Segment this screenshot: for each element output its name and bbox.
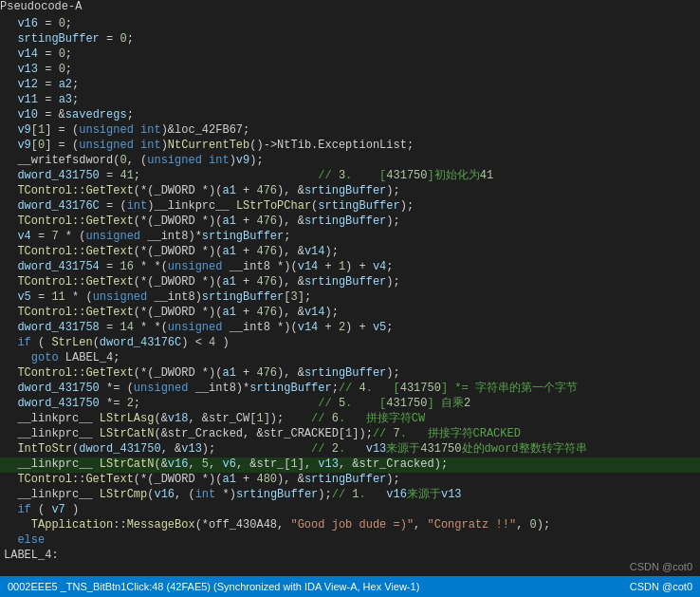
code-line: v12 = a2; (0, 78, 700, 93)
code-line: v16 = 0; (0, 17, 700, 32)
title-bar: Pseudocode-A (0, 0, 700, 13)
code-line: v11 = a3; (0, 93, 700, 108)
code-line: LABEL_4: (0, 549, 700, 562)
code-line: __linkprc__ LStrCatN(&str_Cracked, &str_… (0, 427, 700, 442)
code-line: v9[0] = (unsigned int)NtCurrentTeb()->Nt… (0, 139, 700, 154)
code-line: v13 = 0; (0, 63, 700, 78)
code-line: if ( StrLen(dword_43176C) < 4 ) (0, 336, 700, 351)
code-line: v9[1] = (unsigned int)&loc_42FB67; (0, 123, 700, 139)
code-line: TControl::GetText(*(_DWORD *)(a1 + 476),… (0, 366, 700, 382)
code-line: __linkprc__ LStrCmp(v16, (int *)srtingBu… (0, 488, 700, 503)
code-area: v16 = 0; srtingBuffer = 0; v14 = 0; v13 … (0, 13, 700, 562)
status-left: 0002EEE5 _TNS_BitBtn1Click:48 (42FAE5) (… (8, 581, 419, 592)
code-line: IntToStr(dword_431750, &v13); // 2. v13来… (0, 442, 700, 457)
code-line: v14 = 0; (0, 47, 700, 63)
code-line: TControl::GetText(*(_DWORD *)(a1 + 480),… (0, 473, 700, 488)
code-line: dword_431758 = 14 * *(unsigned __int8 *)… (0, 321, 700, 336)
code-line: TControl::GetText(*(_DWORD *)(a1 + 476),… (0, 306, 700, 321)
watermark: CSDN @cot0 (630, 561, 692, 572)
code-line: __writefsdword(0, (unsigned int)v9); (0, 154, 700, 169)
code-line: if ( v7 ) (0, 503, 700, 518)
code-line: v5 = 11 * (unsigned __int8)srtingBuffer[… (0, 290, 700, 306)
code-line: dword_431754 = 16 * *(unsigned __int8 *)… (0, 260, 700, 275)
code-line: dword_431750 *= 2; // 5. [431750] 自乘2 (0, 397, 700, 412)
code-line: dword_43176C = (int)__linkprc__ LStrToPC… (0, 199, 700, 215)
code-line: __linkprc__ LStrCatN(&v16, 5, v6, &str_[… (0, 457, 700, 473)
code-line: TControl::GetText(*(_DWORD *)(a1 + 476),… (0, 245, 700, 260)
code-line: else (0, 533, 700, 549)
code-line: srtingBuffer = 0; (0, 32, 700, 47)
window-title: Pseudocode-A (0, 0, 82, 13)
code-line: v4 = 7 * (unsigned __int8)*srtingBuffer; (0, 230, 700, 245)
status-right: CSDN @cot0 (630, 581, 692, 592)
code-line: dword_431750 = 41; // 3. [431750]初始化为41 (0, 169, 700, 184)
code-line: TControl::GetText(*(_DWORD *)(a1 + 476),… (0, 275, 700, 290)
code-line: TControl::GetText(*(_DWORD *)(a1 + 476),… (0, 184, 700, 199)
code-line: dword_431750 *= (unsigned __int8)*srting… (0, 382, 700, 397)
code-line: TControl::GetText(*(_DWORD *)(a1 + 476),… (0, 215, 700, 230)
code-line: TApplication::MessageBox(*off_430A48, "G… (0, 518, 700, 533)
code-line: goto LABEL_4; (0, 351, 700, 366)
status-bar: 0002EEE5 _TNS_BitBtn1Click:48 (42FAE5) (… (0, 576, 700, 597)
code-line: __linkprc__ LStrLAsg(&v18, &str_CW[1]); … (0, 412, 700, 427)
code-line: v10 = &savedregs; (0, 108, 700, 123)
